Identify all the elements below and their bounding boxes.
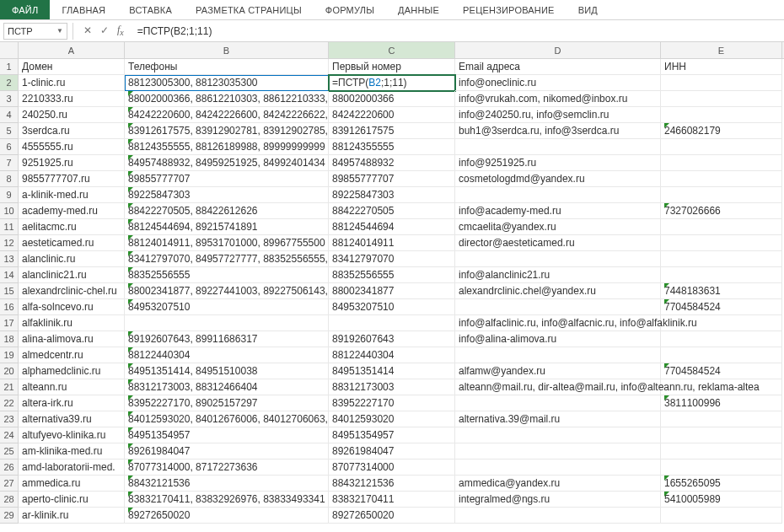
cell[interactable] <box>455 427 661 443</box>
cell[interactable]: info@alanclinic21.ru <box>455 267 661 283</box>
fx-icon[interactable]: fx <box>117 24 124 37</box>
cell[interactable]: 88432121536 <box>329 476 455 492</box>
cell[interactable]: 7704584524 <box>661 299 782 315</box>
cell[interactable]: 7704584524 <box>661 363 782 379</box>
ribbon-tab-file[interactable]: ФАЙЛ <box>0 0 50 19</box>
cell[interactable]: almedcentr.ru <box>19 347 125 363</box>
cell[interactable] <box>661 427 782 443</box>
cell[interactable] <box>661 411 782 427</box>
cell[interactable]: alanclinic21.ru <box>19 267 125 283</box>
cell[interactable]: 88124014911, 89531701000, 89967755500 <box>125 235 329 251</box>
row-header[interactable]: 21 <box>0 379 19 395</box>
cell[interactable]: 88122440304 <box>125 347 329 363</box>
cell[interactable]: 84242220600, 84242226600, 84242226622, <box>125 107 329 123</box>
row-header[interactable]: 9 <box>0 187 19 203</box>
cell[interactable] <box>455 395 661 411</box>
row-header[interactable]: 17 <box>0 315 19 331</box>
cell[interactable]: 84012593020, 84012676006, 84012706063, <box>125 411 329 427</box>
cell[interactable]: 240250.ru <box>19 107 125 123</box>
cell[interactable]: alexandrclinic-chel.ru <box>19 283 125 299</box>
row-header[interactable]: 12 <box>0 235 19 251</box>
cell[interactable]: 89855777707 <box>329 171 455 187</box>
cell[interactable] <box>661 347 782 363</box>
cell[interactable]: 83832170411, 83832926976, 83833493341 <box>125 492 329 508</box>
cell[interactable]: 89192607643, 89911686317 <box>125 331 329 347</box>
cell[interactable]: aesteticamed.ru <box>19 235 125 251</box>
cell[interactable] <box>661 315 782 331</box>
cell[interactable]: buh1@3serdca.ru, info@3serdca.ru <box>455 123 661 139</box>
cell[interactable]: ammedica.ru <box>19 476 125 492</box>
col-header-D[interactable]: D <box>455 42 661 58</box>
cell[interactable]: 88123005300, 88123035300 <box>125 75 329 91</box>
row-header[interactable]: 2 <box>0 75 19 91</box>
cell[interactable]: alternativa39.ru <box>19 411 125 427</box>
col-header-C[interactable]: C <box>329 42 455 58</box>
cell[interactable]: 7327026666 <box>661 203 782 219</box>
cell[interactable]: am-klinika-med.ru <box>19 443 125 459</box>
cell[interactable]: alanclinic.ru <box>19 251 125 267</box>
row-header[interactable]: 14 <box>0 267 19 283</box>
cell[interactable]: altufyevo-klinika.ru <box>19 427 125 443</box>
row-header[interactable]: 18 <box>0 331 19 347</box>
cell[interactable]: 88002341877 <box>329 283 455 299</box>
cell[interactable]: 89855777707 <box>125 171 329 187</box>
cell[interactable]: cosmetologdmd@yandex.ru <box>455 171 661 187</box>
cell[interactable]: 88312173003, 88312466404 <box>125 379 329 395</box>
row-header[interactable]: 28 <box>0 492 19 508</box>
row-header[interactable]: 7 <box>0 155 19 171</box>
cell[interactable] <box>661 155 782 171</box>
cell[interactable]: cmcaelita@yandex.ru <box>455 219 661 235</box>
cell[interactable]: 88422270505 <box>329 203 455 219</box>
cell[interactable]: 83412797070, 84957727777, 88352556555, <box>125 251 329 267</box>
cell[interactable]: 5410005989 <box>661 492 782 508</box>
cell[interactable]: info@9251925.ru <box>455 155 661 171</box>
cell[interactable]: 84242220600 <box>329 107 455 123</box>
name-box-dropdown-icon[interactable]: ▼ <box>56 27 63 35</box>
cell[interactable]: 3serdca.ru <box>19 123 125 139</box>
cell[interactable]: 88124544694, 89215741891 <box>125 219 329 235</box>
cell[interactable]: 88124544694 <box>329 219 455 235</box>
cell[interactable]: 1655265095 <box>661 476 782 492</box>
cell[interactable] <box>661 251 782 267</box>
cell[interactable] <box>661 235 782 251</box>
cell[interactable]: altera-irk.ru <box>19 395 125 411</box>
cell[interactable]: integralmed@ngs.ru <box>455 492 661 508</box>
cell[interactable]: 84951351414 <box>329 363 455 379</box>
cell[interactable] <box>661 267 782 283</box>
cell[interactable] <box>455 508 661 524</box>
cell[interactable]: 89225847303 <box>125 187 329 203</box>
cell[interactable]: ammedica@yandex.ru <box>455 476 661 492</box>
row-header[interactable]: 15 <box>0 283 19 299</box>
row-header[interactable]: 22 <box>0 395 19 411</box>
cell[interactable] <box>455 443 661 459</box>
cell[interactable]: info@academy-med.ru <box>455 203 661 219</box>
ribbon-tab-insert[interactable]: ВСТАВКА <box>117 0 184 19</box>
cell[interactable]: 89261984047 <box>125 443 329 459</box>
col-header-E[interactable]: E <box>661 42 782 58</box>
cell[interactable]: 3811100996 <box>661 395 782 411</box>
cell[interactable]: 88124355555 <box>329 139 455 155</box>
ribbon-tab-home[interactable]: ГЛАВНАЯ <box>50 0 117 19</box>
cell[interactable]: director@aesteticamed.ru <box>455 235 661 251</box>
ribbon-tab-data[interactable]: ДАННЫЕ <box>386 0 451 19</box>
cell[interactable]: 88122440304 <box>329 347 455 363</box>
cell[interactable]: alina-alimova.ru <box>19 331 125 347</box>
cell[interactable] <box>661 107 782 123</box>
cell[interactable] <box>661 379 782 395</box>
cell[interactable]: 88432121536 <box>125 476 329 492</box>
row-header[interactable]: 13 <box>0 251 19 267</box>
cell[interactable]: 89261984047 <box>329 443 455 459</box>
cell[interactable]: 83912617575 <box>329 123 455 139</box>
row-header[interactable]: 25 <box>0 443 19 459</box>
col-header-B[interactable]: B <box>125 42 329 58</box>
cell[interactable]: ar-klinik.ru <box>19 508 125 524</box>
row-header[interactable]: 1 <box>0 59 19 75</box>
row-header[interactable]: 4 <box>0 107 19 123</box>
cell[interactable]: 88352556555 <box>329 267 455 283</box>
cell[interactable]: 83832170411 <box>329 492 455 508</box>
cell[interactable]: 84957488932, 84959251925, 84992401434 <box>125 155 329 171</box>
cell[interactable]: Домен <box>19 59 125 75</box>
ribbon-tab-view[interactable]: ВИД <box>567 0 609 19</box>
cell[interactable]: 84951354957 <box>125 427 329 443</box>
row-header[interactable]: 16 <box>0 299 19 315</box>
